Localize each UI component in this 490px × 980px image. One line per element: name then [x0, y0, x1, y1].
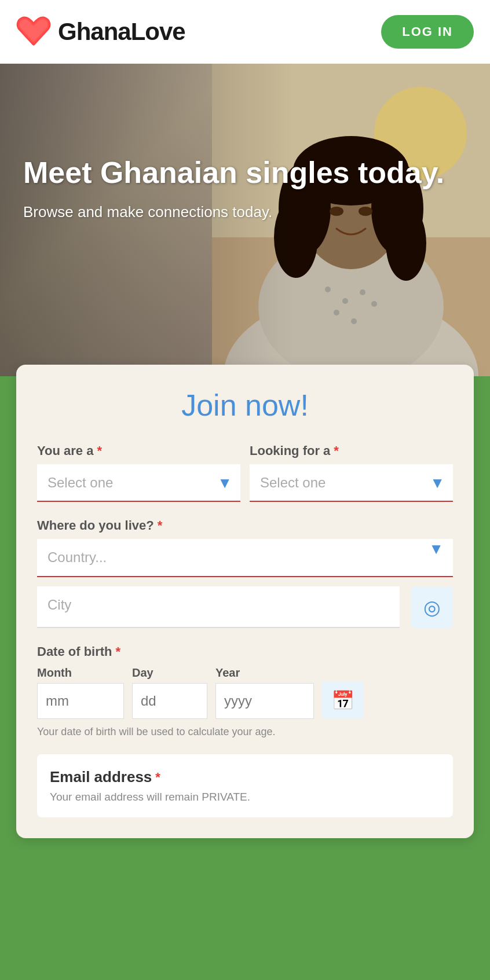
email-hint: Your email address will remain PRIVATE. — [50, 791, 440, 813]
hero-subtitle: Browse and make connections today. — [23, 202, 444, 222]
header: GhanaLove LOG IN — [0, 0, 490, 64]
where-live-label: Where do you live? * — [37, 518, 453, 533]
ghanalove-logo-icon — [16, 16, 51, 48]
form-title: Join now! — [37, 388, 453, 423]
calendar-icon: 📅 — [331, 689, 354, 711]
registration-form-card: Join now! You are a * Select one Man Wom… — [16, 365, 474, 838]
day-label: Day — [132, 666, 207, 680]
looking-for-group: Looking for a * Select one Man Woman ▼ — [250, 443, 453, 502]
where-live-required: * — [158, 518, 163, 533]
city-input-wrapper — [37, 586, 400, 628]
location-button[interactable]: ◎ — [411, 586, 453, 628]
you-are-required: * — [97, 443, 102, 458]
country-input-wrapper: ▼ — [37, 539, 453, 577]
country-input[interactable] — [37, 539, 429, 576]
email-section: Email address * Your email address will … — [37, 754, 453, 817]
city-input[interactable] — [37, 586, 400, 623]
you-are-select-wrapper: Select one Man Woman ▼ — [37, 464, 240, 502]
year-group: Year — [215, 666, 314, 719]
email-label: Email address * — [50, 768, 440, 786]
green-background — [0, 838, 490, 896]
city-row: ◎ — [37, 586, 453, 628]
country-chevron-icon: ▼ — [429, 539, 444, 557]
logo-text: GhanaLove — [58, 18, 185, 46]
location-icon: ◎ — [423, 596, 441, 619]
looking-for-label: Looking for a * — [250, 443, 453, 458]
looking-for-required: * — [334, 443, 339, 458]
calendar-button[interactable]: 📅 — [322, 681, 364, 719]
dob-required: * — [116, 644, 121, 659]
hero-title: Meet Ghanaian singles today. — [23, 156, 444, 189]
dob-hint: Your date of birth will be used to calcu… — [37, 726, 453, 738]
location-section: Where do you live? * ▼ — [37, 518, 453, 577]
looking-for-select[interactable]: Select one Man Woman — [250, 464, 453, 501]
hero-content: Meet Ghanaian singles today. Browse and … — [23, 156, 444, 222]
dob-row: Month Day Year 📅 — [37, 666, 453, 719]
logo-area: GhanaLove — [16, 16, 185, 48]
login-button[interactable]: LOG IN — [381, 15, 474, 49]
day-input[interactable] — [132, 683, 207, 719]
dob-label: Date of birth * — [37, 644, 453, 659]
you-are-label: You are a * — [37, 443, 240, 458]
gender-row: You are a * Select one Man Woman ▼ Looki… — [37, 443, 453, 502]
year-input[interactable] — [215, 683, 314, 719]
email-required: * — [155, 770, 160, 785]
you-are-select[interactable]: Select one Man Woman — [37, 464, 240, 501]
month-input[interactable] — [37, 683, 124, 719]
month-group: Month — [37, 666, 124, 719]
looking-for-select-wrapper: Select one Man Woman ▼ — [250, 464, 453, 502]
dob-section: Date of birth * Month Day Year 📅 Your da… — [37, 644, 453, 738]
hero-section: Meet Ghanaian singles today. Browse and … — [0, 64, 490, 376]
you-are-group: You are a * Select one Man Woman ▼ — [37, 443, 240, 502]
day-group: Day — [132, 666, 207, 719]
year-label: Year — [215, 666, 314, 680]
month-label: Month — [37, 666, 124, 680]
